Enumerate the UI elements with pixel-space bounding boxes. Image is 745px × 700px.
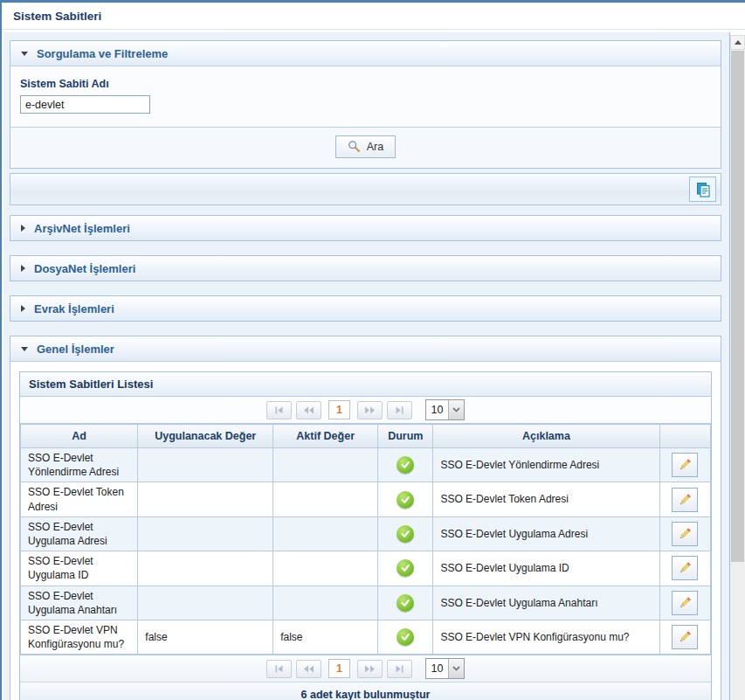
genel-islemler-body: Sistem Sabitleri Listesi xyxy=(10,361,721,700)
main-content: Sorgulama ve Filtreleme Sistem Sabiti Ad… xyxy=(3,32,730,700)
magnifier-icon xyxy=(348,140,361,153)
cell-active-value xyxy=(273,551,378,586)
evrak-panel: Evrak İşlemleri xyxy=(10,295,721,322)
cell-active-value: false xyxy=(273,620,378,654)
pagination-bottom: 1 xyxy=(20,655,711,682)
scrollbar-thumb[interactable] xyxy=(731,51,744,562)
edit-button[interactable] xyxy=(672,522,698,546)
cell-description: SSO E-Devlet Yönlendirme Adresi xyxy=(433,448,659,482)
table-row: SSO E-Devlet Uygulama Adresi SSO E-Devle… xyxy=(21,516,711,551)
table-row: SSO E-Devlet Yönlendirme Adresi SSO E-De… xyxy=(21,448,711,482)
pencil-icon xyxy=(678,492,692,508)
cell-name: SSO E-Devlet Uygulama Adresi xyxy=(21,516,138,551)
arsivnet-panel-header[interactable]: ArşivNet İşlemleri xyxy=(10,216,721,240)
dosyanet-panel-title: DosyaNet İşlemleri xyxy=(34,262,135,275)
previous-page-button[interactable] xyxy=(296,660,321,678)
vertical-scrollbar[interactable] xyxy=(730,35,745,700)
last-page-button[interactable] xyxy=(387,660,412,678)
page-size-select[interactable]: 10 xyxy=(425,399,465,420)
cell-description: SSO E-Devlet Uygulama ID xyxy=(433,551,659,586)
cell-name: SSO E-Devlet Token Adresi xyxy=(21,482,138,516)
edit-button[interactable] xyxy=(672,625,698,649)
cell-actions xyxy=(659,482,711,516)
evrak-panel-title: Evrak İşlemleri xyxy=(34,302,114,315)
table-row: SSO E-Devlet VPN Konfigürasyonu mu? fals… xyxy=(21,620,711,654)
green-check-icon xyxy=(397,628,414,646)
pencil-icon xyxy=(678,629,692,645)
pagination-top: 1 xyxy=(20,397,711,424)
cell-description: SSO E-Devlet Uygulama Anahtarı xyxy=(433,586,659,620)
evrak-panel-header[interactable]: Evrak İşlemleri xyxy=(10,296,721,321)
table-caption: Sistem Sabitleri Listesi xyxy=(20,372,711,397)
column-header-aciklama: Açıklama xyxy=(433,425,659,448)
export-copy-button[interactable] xyxy=(689,177,716,202)
cell-actions xyxy=(659,448,711,482)
dropdown-chevron-icon xyxy=(448,400,464,419)
scrollbar-up-button[interactable] xyxy=(730,35,745,50)
green-check-icon xyxy=(397,594,414,612)
copy-export-icon xyxy=(694,181,712,198)
cell-name: SSO E-Devlet Uygulama Anahtarı xyxy=(21,586,138,620)
current-page-indicator[interactable]: 1 xyxy=(328,400,350,419)
system-constant-name-input[interactable] xyxy=(20,95,150,114)
edit-button[interactable] xyxy=(672,453,698,477)
record-count-footer: 6 adet kayıt bulunmuştur xyxy=(20,682,711,700)
next-page-button[interactable] xyxy=(357,660,383,678)
cell-status xyxy=(378,551,433,586)
page-size-value: 10 xyxy=(426,659,448,678)
page-size-value: 10 xyxy=(426,400,448,419)
page-size-select[interactable]: 10 xyxy=(425,658,465,679)
pencil-icon xyxy=(678,595,692,611)
genel-islemler-panel-title: Genel İşlemler xyxy=(37,343,114,356)
cell-status xyxy=(378,482,433,516)
cell-applied-value xyxy=(138,448,273,482)
search-filter-panel-header[interactable]: Sorgulama ve Filtreleme xyxy=(10,41,721,66)
edit-button[interactable] xyxy=(672,591,698,615)
scroll-up-arrow-icon xyxy=(735,40,742,45)
last-page-button[interactable] xyxy=(387,401,412,419)
first-page-button[interactable] xyxy=(266,401,292,419)
genel-islemler-panel-header[interactable]: Genel İşlemler xyxy=(10,336,721,361)
next-page-button[interactable] xyxy=(357,401,383,419)
expand-arrow-icon xyxy=(21,265,25,272)
next-page-icon xyxy=(364,406,376,414)
previous-page-icon xyxy=(303,406,314,414)
column-header-uygulanacak-deger: Uygulanacak Değer xyxy=(138,425,273,448)
search-button[interactable]: Ara xyxy=(335,135,396,158)
edit-button[interactable] xyxy=(672,556,698,580)
cell-applied-value xyxy=(138,482,273,516)
cell-actions xyxy=(659,620,711,654)
edit-button[interactable] xyxy=(672,488,698,512)
first-page-icon xyxy=(274,406,284,414)
cell-active-value xyxy=(273,482,378,516)
first-page-icon xyxy=(274,665,284,673)
cell-status xyxy=(378,586,433,620)
first-page-button[interactable] xyxy=(266,660,292,678)
sistem-sabitleri-window: Sistem Sabitleri Sorgulama ve Filtreleme… xyxy=(0,0,745,700)
cell-name: SSO E-Devlet Yönlendirme Adresi xyxy=(21,448,138,482)
cell-status xyxy=(378,448,433,482)
cell-applied-value xyxy=(138,516,273,551)
cell-description: SSO E-Devlet Token Adresi xyxy=(433,482,659,516)
green-check-icon xyxy=(397,491,414,509)
cell-active-value xyxy=(273,448,378,482)
column-header-actions xyxy=(659,425,711,448)
table-row: SSO E-Devlet Token Adresi SSO E-Devlet T… xyxy=(21,482,711,516)
arsivnet-panel-title: ArşivNet İşlemleri xyxy=(34,222,130,235)
current-page-indicator[interactable]: 1 xyxy=(328,659,350,678)
page-title: Sistem Sabitleri xyxy=(13,10,101,23)
pencil-icon xyxy=(678,526,692,542)
previous-page-icon xyxy=(303,665,314,673)
previous-page-button[interactable] xyxy=(296,401,321,419)
green-check-icon xyxy=(397,456,414,474)
search-button-row: Ara xyxy=(10,127,721,168)
column-header-durum: Durum xyxy=(378,425,433,448)
dosyanet-panel-header[interactable]: DosyaNet İşlemleri xyxy=(10,256,721,281)
actions-toolbar xyxy=(10,173,721,205)
cell-applied-value xyxy=(138,551,273,586)
green-check-icon xyxy=(397,559,414,577)
cell-name: SSO E-Devlet Uygulama ID xyxy=(21,551,138,586)
search-filter-panel: Sorgulama ve Filtreleme Sistem Sabiti Ad… xyxy=(10,40,721,169)
cell-actions xyxy=(659,516,711,551)
next-page-icon xyxy=(364,665,376,673)
